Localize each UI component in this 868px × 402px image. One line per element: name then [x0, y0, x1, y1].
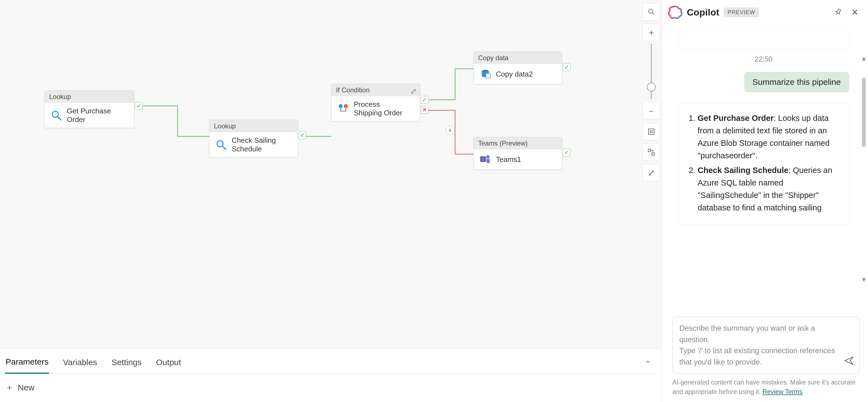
activity-copy-data2[interactable]: Copy data Copy data2	[473, 52, 562, 84]
activity-type-label: Copy data	[474, 52, 562, 64]
item-title: Check Sailing Schedule	[698, 166, 788, 175]
activity-title: Check Sailing Schedule	[232, 136, 287, 153]
success-port[interactable]: ✓	[135, 102, 143, 110]
copilot-logo-icon	[668, 5, 682, 20]
review-terms-link[interactable]: Review Terms	[763, 388, 803, 395]
svg-rect-15	[648, 149, 651, 152]
svg-line-1	[58, 117, 61, 120]
message-timestamp: 22:50	[672, 55, 855, 64]
copilot-conversation: ▲ ▼ 22:50 Summarize this pipeline Get Pu…	[662, 24, 868, 312]
new-label: New	[18, 383, 34, 392]
fullscreen-button[interactable]: ⤢	[643, 164, 660, 181]
list-item: Check Sailing Schedule: Queries an Azure…	[698, 164, 839, 214]
activity-if-condition[interactable]: If Condition ⤢ Process Shipping Order	[331, 84, 420, 122]
collapse-panel-button[interactable]: ⌃	[645, 359, 656, 368]
svg-rect-13	[649, 129, 654, 134]
activity-title: Teams1	[496, 155, 521, 164]
item-title: Get Purchase Order	[698, 114, 774, 123]
svg-point-11	[649, 9, 653, 13]
tab-variables[interactable]: Variables	[62, 355, 98, 373]
svg-rect-7	[486, 73, 491, 78]
new-parameter-button[interactable]: ＋ New	[5, 374, 656, 394]
activity-type-label: If Condition	[332, 84, 420, 96]
success-port[interactable]: ✓	[563, 148, 570, 156]
tab-settings[interactable]: Settings	[111, 355, 142, 373]
svg-point-10	[486, 155, 490, 159]
copilot-panel: Copilot PREVIEW ✕ ▲ ▼ 22:50 Summarize th…	[661, 0, 868, 402]
tab-output[interactable]: Output	[155, 355, 182, 373]
zoom-slider[interactable]	[651, 44, 652, 99]
activity-type-label: Lookup	[210, 120, 298, 132]
activity-title: Get Purchase Order	[67, 107, 128, 124]
canvas-toolbar: ＋ － ⤢	[641, 0, 661, 185]
teams-icon: T	[479, 153, 491, 166]
svg-text:T: T	[482, 157, 484, 162]
svg-line-12	[652, 13, 654, 15]
list-item: Get Purchase Order: Looks up data from a…	[698, 112, 839, 162]
activity-title: Copy data2	[496, 70, 533, 78]
scroll-down-icon[interactable]: ▼	[861, 276, 867, 283]
user-message: Summarize this pipeline	[744, 72, 849, 92]
copilot-input[interactable]: Describe the summary you want or ask a q…	[672, 317, 860, 373]
pin-button[interactable]	[832, 6, 844, 18]
close-button[interactable]: ✕	[848, 6, 861, 18]
pipeline-canvas[interactable]: + Lookup Get Purchase Order ✓ Lookup Che…	[0, 0, 661, 349]
input-placeholder: Describe the summary you want or ask a q…	[679, 323, 840, 368]
copilot-input-area: Describe the summary you want or ask a q…	[662, 312, 868, 376]
lookup-icon	[50, 109, 62, 122]
copilot-disclaimer: AI-generated content can have mistakes. …	[662, 376, 868, 402]
add-branch-junction[interactable]: +	[446, 126, 455, 135]
search-button[interactable]	[643, 3, 660, 21]
tab-parameters[interactable]: Parameters	[5, 354, 49, 374]
activity-check-sailing-schedule[interactable]: Lookup Check Sailing Schedule	[209, 120, 298, 158]
fit-to-screen-button[interactable]	[643, 123, 660, 140]
preview-badge: PREVIEW	[724, 7, 759, 17]
branch-icon	[337, 103, 349, 115]
success-port[interactable]: ✓	[563, 63, 570, 71]
pipeline-editor-pane: + Lookup Get Purchase Order ✓ Lookup Che…	[0, 0, 661, 402]
svg-line-3	[223, 146, 226, 149]
failure-port[interactable]: ✕	[421, 106, 429, 114]
copilot-header: Copilot PREVIEW ✕	[662, 0, 868, 24]
scrollbar[interactable]: ▲ ▼	[861, 55, 867, 283]
plus-icon: ＋	[5, 381, 14, 394]
svg-rect-14	[650, 131, 652, 133]
scroll-up-icon[interactable]: ▲	[861, 55, 867, 62]
success-port[interactable]: ✓	[421, 96, 429, 104]
auto-arrange-button[interactable]	[643, 144, 660, 161]
properties-tabs: Parameters Variables Settings Output ⌃	[5, 349, 656, 374]
success-port[interactable]: ✓	[299, 131, 306, 139]
assistant-message: Get Purchase Order: Looks up data from a…	[678, 103, 849, 225]
svg-point-5	[344, 104, 348, 108]
copilot-title: Copilot	[687, 7, 719, 18]
zoom-in-button[interactable]: ＋	[643, 24, 660, 41]
previous-message-card[interactable]	[678, 27, 849, 49]
activity-teams1[interactable]: Teams (Preview) T Teams1	[473, 137, 562, 170]
lookup-icon	[215, 139, 227, 151]
expand-icon[interactable]: ⤢	[410, 87, 416, 96]
svg-point-4	[339, 104, 343, 108]
activity-get-purchase-order[interactable]: Lookup Get Purchase Order	[44, 90, 134, 128]
activity-type-label: Lookup	[45, 91, 134, 103]
svg-rect-16	[652, 153, 655, 156]
copy-data-icon	[479, 68, 491, 80]
activity-type-label: Teams (Preview)	[474, 137, 562, 149]
activity-title: Process Shipping Order	[354, 100, 409, 117]
properties-panel: Parameters Variables Settings Output ⌃ ＋…	[0, 349, 661, 402]
send-button[interactable]	[844, 356, 854, 368]
zoom-out-button[interactable]: －	[643, 103, 660, 120]
